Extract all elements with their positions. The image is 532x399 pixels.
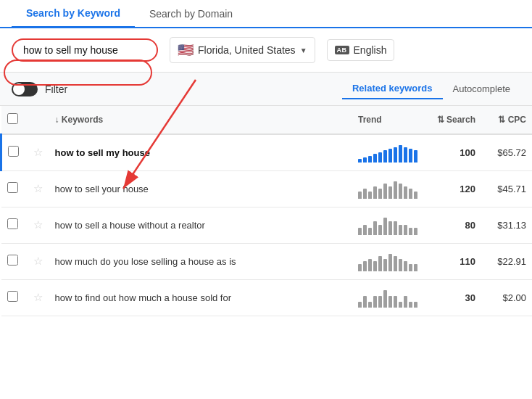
col-checkbox (1, 106, 28, 134)
filter-left: Filter (12, 82, 67, 96)
col-keywords[interactable]: ↓ Keywords (49, 106, 353, 134)
row-checkbox[interactable] (7, 182, 18, 193)
trend-cell (352, 207, 423, 243)
row-checkbox[interactable] (7, 218, 18, 229)
keyword-cell: how to find out how much a house sold fo… (49, 279, 353, 316)
tab-autocomplete[interactable]: Autocomplete (443, 78, 521, 99)
language-label: English (354, 44, 387, 56)
col-keywords-label: ↓ Keywords (55, 115, 104, 125)
lang-icon: AB (335, 46, 349, 54)
flag-icon: 🇺🇸 (178, 42, 194, 58)
tab-domain[interactable]: Search by Domain (135, 0, 247, 27)
search-volume-cell: 110 (423, 243, 481, 279)
filter-tabs: Related keywords Autocomplete (342, 78, 520, 99)
table-row: ☆how to sell your house120$45.71 (1, 170, 533, 207)
trend-cell (352, 134, 423, 170)
results-table-wrap: ↓ Keywords Trend ⇅ Search ⇅ CPC ☆how to … (0, 106, 532, 316)
app-container: Search by Keyword Search by Domain 🇺🇸 Fl… (0, 0, 532, 316)
filter-row: Filter Related keywords Autocomplete (0, 73, 532, 106)
toggle-knob (13, 83, 25, 95)
cpc-cell: $65.72 (481, 134, 532, 170)
col-trend: Trend (352, 106, 423, 134)
star-icon[interactable]: ☆ (33, 146, 43, 158)
tab-keyword[interactable]: Search by Keyword (12, 0, 135, 28)
table-row: ☆how to find out how much a house sold f… (1, 279, 533, 316)
chevron-down-icon: ▼ (300, 46, 307, 54)
table-row: ☆how to sell my house100$65.72 (1, 134, 533, 170)
search-volume-cell: 100 (423, 134, 481, 170)
tab-related-keywords[interactable]: Related keywords (342, 78, 443, 99)
star-icon[interactable]: ☆ (33, 182, 43, 194)
trend-cell (352, 170, 423, 207)
search-volume-cell: 30 (423, 279, 481, 316)
row-checkbox[interactable] (8, 146, 19, 157)
filter-toggle[interactable] (12, 82, 38, 96)
table-row: ☆how to sell a house without a realtor80… (1, 207, 533, 243)
col-cpc-label: ⇅ CPC (498, 115, 526, 125)
select-all-checkbox[interactable] (7, 113, 18, 124)
filter-label: Filter (45, 83, 67, 95)
cpc-cell: $22.91 (481, 243, 532, 279)
tab-bar: Search by Keyword Search by Domain (0, 0, 532, 28)
row-checkbox[interactable] (7, 291, 18, 302)
star-icon[interactable]: ☆ (33, 255, 43, 267)
col-search[interactable]: ⇅ Search (423, 106, 481, 134)
location-label: Florida, United States (198, 44, 296, 56)
search-volume-cell: 120 (423, 170, 481, 207)
keyword-cell: how to sell my house (49, 134, 353, 170)
search-row: 🇺🇸 Florida, United States ▼ AB English (0, 28, 532, 73)
keyword-cell: how to sell a house without a realtor (49, 207, 353, 243)
row-checkbox[interactable] (7, 255, 18, 266)
location-select[interactable]: 🇺🇸 Florida, United States ▼ (170, 37, 315, 63)
results-table: ↓ Keywords Trend ⇅ Search ⇅ CPC ☆how to … (0, 106, 532, 316)
language-select[interactable]: AB English (327, 39, 395, 61)
col-search-label: ⇅ Search (437, 115, 475, 125)
cpc-cell: $31.13 (481, 207, 532, 243)
trend-cell (352, 243, 423, 279)
cpc-cell: $45.71 (481, 170, 532, 207)
col-trend-label: Trend (358, 115, 382, 125)
keyword-cell: how to sell your house (49, 170, 353, 207)
keyword-input-wrap (12, 38, 158, 62)
cpc-cell: $2.00 (481, 279, 532, 316)
table-row: ☆how much do you lose selling a house as… (1, 243, 533, 279)
col-star (28, 106, 49, 134)
star-icon[interactable]: ☆ (33, 218, 43, 231)
col-cpc[interactable]: ⇅ CPC (481, 106, 532, 134)
star-icon[interactable]: ☆ (33, 291, 43, 303)
search-volume-cell: 80 (423, 207, 481, 243)
keyword-cell: how much do you lose selling a house as … (49, 243, 353, 279)
keyword-input[interactable] (23, 44, 146, 56)
trend-cell (352, 279, 423, 316)
